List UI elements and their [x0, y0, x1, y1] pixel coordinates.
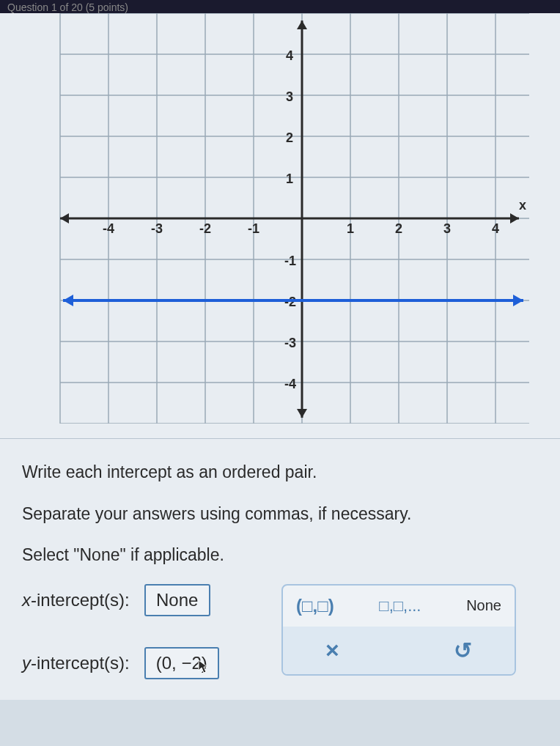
clear-icon: ×: [325, 637, 339, 663]
graph-section: -4 -3 -2 -1 1 2 3 4 4 3 2 1 -1 -2 -3 -4 …: [0, 13, 560, 438]
plot-arrow-left: [63, 295, 73, 306]
y-tick: 4: [286, 48, 293, 63]
x-tick: 4: [492, 221, 499, 236]
x-tick: -1: [248, 221, 259, 236]
x-tick: -3: [151, 221, 163, 236]
graph-svg: -4 -3 -2 -1 1 2 3 4 4 3 2 1 -1 -2 -3 -4 …: [31, 13, 529, 424]
y-tick: 1: [286, 171, 293, 186]
plot-arrow-right: [513, 295, 523, 306]
y-tick: -3: [284, 336, 296, 350]
question-counter: Question 1 of 20 (5 points): [7, 1, 128, 13]
x-tick: 1: [347, 221, 354, 236]
none-button[interactable]: None: [466, 597, 501, 614]
x-tick: -2: [199, 221, 211, 236]
question-section: Write each intercept as an ordered pair.…: [0, 439, 560, 700]
y-tick: 3: [286, 89, 293, 104]
coordinate-graph: -4 -3 -2 -1 1 2 3 4 4 3 2 1 -1 -2 -3 -4 …: [31, 13, 529, 424]
cursor-icon: [197, 659, 210, 675]
ordered-pair-button[interactable]: (□,□): [296, 596, 334, 616]
y-tick: -4: [284, 377, 296, 391]
x-tick: 3: [443, 221, 451, 236]
svg-marker-24: [60, 213, 69, 224]
y-intercept-label: y-intercept(s):: [22, 653, 130, 673]
svg-marker-25: [297, 21, 307, 29]
instruction-line-1: Write each intercept as an ordered pair.: [22, 459, 538, 485]
y-intercept-row: y-intercept(s): (0, −2): [22, 647, 308, 679]
x-intercept-label: x-intercept(s):: [22, 590, 130, 610]
x-axis-label: x: [519, 198, 526, 213]
x-tick: -4: [103, 221, 114, 236]
instruction-line-2: Separate your answers using commas, if n…: [22, 501, 538, 527]
svg-marker-23: [510, 213, 519, 224]
header-bar: Question 1 of 20 (5 points): [0, 0, 560, 13]
instruction-line-3: Select "None" if applicable.: [22, 542, 538, 568]
answers-block: (□,□) □,□,... None × ↺ x-intercept(s): N…: [22, 584, 538, 679]
svg-marker-26: [297, 409, 307, 418]
undo-icon: ↺: [454, 638, 472, 662]
undo-button[interactable]: ↺: [454, 638, 501, 663]
tool-palette: (□,□) □,□,... None × ↺: [281, 584, 516, 676]
y-tick: -1: [284, 254, 296, 268]
y-tick: 2: [286, 130, 293, 145]
list-button[interactable]: □,□,...: [379, 597, 421, 616]
x-intercept-row: x-intercept(s): None: [22, 584, 308, 616]
clear-button[interactable]: ×: [296, 637, 339, 664]
x-tick: 2: [395, 221, 402, 236]
x-intercept-input[interactable]: None: [144, 584, 210, 616]
y-intercept-input[interactable]: (0, −2): [144, 647, 219, 679]
